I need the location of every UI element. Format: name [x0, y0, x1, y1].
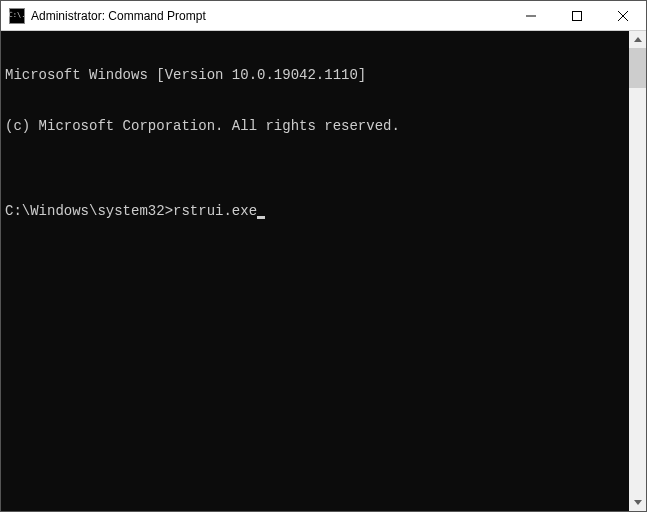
- text-cursor: [257, 216, 265, 219]
- client-area: Microsoft Windows [Version 10.0.19042.11…: [1, 31, 646, 511]
- close-icon: [618, 11, 628, 21]
- minimize-button[interactable]: [508, 1, 554, 30]
- vertical-scrollbar[interactable]: [629, 31, 646, 511]
- command-input[interactable]: rstrui.exe: [173, 203, 257, 220]
- command-prompt-window: C:\. Administrator: Command Prompt Micro…: [0, 0, 647, 512]
- close-button[interactable]: [600, 1, 646, 30]
- titlebar[interactable]: C:\. Administrator: Command Prompt: [1, 1, 646, 31]
- version-line: Microsoft Windows [Version 10.0.19042.11…: [5, 67, 627, 84]
- maximize-button[interactable]: [554, 1, 600, 30]
- scrollbar-thumb[interactable]: [629, 48, 646, 88]
- window-title: Administrator: Command Prompt: [31, 9, 206, 23]
- app-icon: C:\.: [9, 8, 25, 24]
- prompt-text: C:\Windows\system32>: [5, 203, 173, 220]
- app-icon-glyph: C:\.: [9, 12, 26, 19]
- chevron-down-icon: [634, 500, 642, 505]
- scrollbar-track[interactable]: [629, 48, 646, 494]
- scroll-down-button[interactable]: [629, 494, 646, 511]
- prompt-line: C:\Windows\system32>rstrui.exe: [5, 203, 627, 220]
- window-controls: [508, 1, 646, 30]
- svg-rect-0: [573, 11, 582, 20]
- scroll-up-button[interactable]: [629, 31, 646, 48]
- chevron-up-icon: [634, 37, 642, 42]
- terminal[interactable]: Microsoft Windows [Version 10.0.19042.11…: [1, 31, 629, 511]
- maximize-icon: [572, 11, 582, 21]
- minimize-icon: [526, 11, 536, 21]
- copyright-line: (c) Microsoft Corporation. All rights re…: [5, 118, 627, 135]
